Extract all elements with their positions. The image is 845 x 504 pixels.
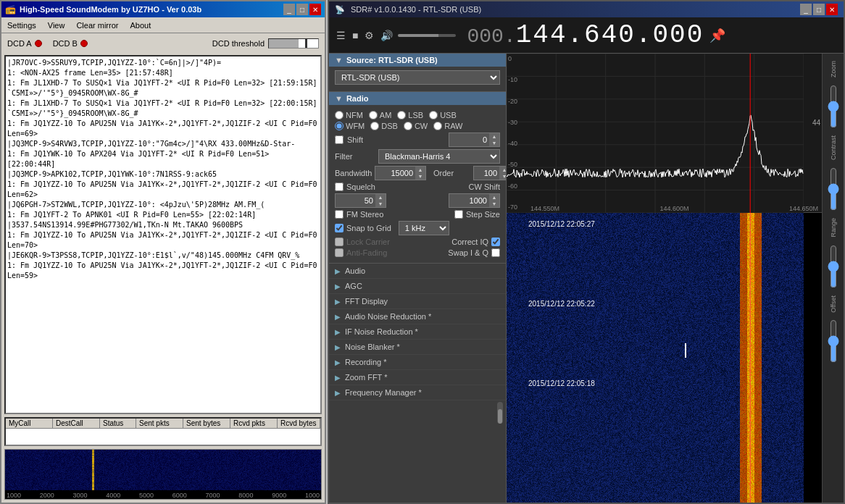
bandwidth-spinbox[interactable]: ▲ ▼ [375,166,426,180]
mode-wfm-radio[interactable] [335,122,344,130]
fm-stereo-checkbox[interactable] [335,210,344,219]
pin-icon[interactable]: 📌 [709,28,725,43]
frequency-display-bar: ☰ ■ ⚙ 🔊 000. 144.640.000 📌 [329,17,844,54]
swap-iq-checkbox[interactable] [491,248,500,257]
shift-up-button[interactable]: ▲ [489,133,499,140]
volume-slider[interactable] [398,34,456,37]
squelch-down-button[interactable]: ▼ [375,201,386,207]
bandwidth-value[interactable] [375,168,415,178]
filter-select[interactable]: Blackman-Harris 4 [378,149,500,164]
cw-shift-down-button[interactable]: ▼ [489,201,499,207]
db-0: 0 [507,55,527,62]
col-sent-bytes: Sent bytes [183,419,230,428]
plugin-agc[interactable]: ▶ AGC [329,279,506,294]
step-size-checkbox[interactable] [454,210,463,219]
menu-settings[interactable]: Settings [5,20,38,30]
cw-shift-spinbox[interactable]: ▲ ▼ [449,193,500,208]
plugin-if-noise-reduction[interactable]: ▶ IF Noise Reduction * [329,324,506,340]
device-select[interactable]: RTL-SDR (USB) [335,70,500,85]
mode-nfm[interactable]: NFM [335,111,363,119]
order-spinbox[interactable]: ▲ ▼ [473,166,507,180]
minimize-button[interactable]: _ [283,4,295,15]
plugin-audio[interactable]: ▶ Audio [329,264,506,279]
mode-am-radio[interactable] [369,111,378,119]
spectrum-chart[interactable]: 0 -10 -20 -30 -40 -50 -60 -70 44 144.550… [507,54,822,213]
mode-usb-radio[interactable] [429,111,438,119]
shift-spinbox[interactable]: ▲ ▼ [449,133,500,147]
offset-slider[interactable] [826,319,841,363]
plugin-noise-blanker[interactable]: ▶ Noise Blanker * [329,340,506,355]
plugin-fft-display[interactable]: ▶ FFT Display [329,294,506,309]
plugin-recording[interactable]: ▶ Recording * [329,355,506,370]
timestamp-3: 2015/12/12 22:05:18 [528,379,595,387]
stop-icon[interactable]: ■ [351,28,359,43]
waterfall-chart[interactable]: 2015/12/12 22:05:27 2015/12/12 22:05:22 … [507,213,822,503]
sdr-maximize-button[interactable]: □ [813,4,825,15]
plugin-audio-noise-reduction[interactable]: ▶ Audio Noise Reduction * [329,309,506,324]
lock-carrier-checkbox[interactable] [335,238,344,246]
plugin-frequency-manager[interactable]: ▶ Frequency Manager * [329,385,506,400]
settings-icon[interactable]: ⚙ [363,28,375,43]
order-value[interactable] [474,168,499,178]
bandwidth-up-button[interactable]: ▲ [415,167,425,173]
shift-value[interactable] [449,135,489,145]
source-section-header[interactable]: ▼ Source: RTL-SDR (USB) [329,54,506,67]
contrast-slider[interactable] [826,167,841,211]
hamburger-icon[interactable]: ☰ [335,28,347,43]
mode-wfm[interactable]: WFM [335,122,365,130]
correct-iq-checkbox[interactable] [491,238,500,246]
text-line: 1: Fm JQ1YZZ-10 To APU25N Via JA1YK×-2*,… [7,261,319,281]
menu-view[interactable]: View [46,20,67,30]
mode-nfm-radio[interactable] [335,111,344,119]
mode-usb[interactable]: USB [429,111,457,119]
source-section-content: RTL-SDR (USB) [329,67,506,92]
sdr-minimize-button[interactable]: _ [800,4,812,15]
sdr-close-button[interactable]: ✕ [826,4,838,15]
mode-raw[interactable]: RAW [433,122,462,130]
packet-text-area[interactable]: |JR7OVC-9>S5RUY9,TCPIP,JQ1YZZ-10°:`C=6n]… [4,55,322,414]
anti-fading-checkbox[interactable] [335,248,344,257]
mode-dsb[interactable]: DSB [370,122,398,130]
cw-shift-up-button[interactable]: ▲ [489,194,499,201]
plugin-ifnr-label: IF Noise Reduction * [345,327,418,336]
mode-usb-label: USB [440,111,457,119]
volume-icon[interactable]: 🔊 [379,28,394,43]
snap-checkbox[interactable] [335,224,344,232]
squelch-up-button[interactable]: ▲ [375,194,386,201]
mode-lsb-radio[interactable] [397,111,406,119]
cw-shift-value[interactable] [449,196,489,206]
mode-am[interactable]: AM [369,111,392,119]
menu-clear-mirror[interactable]: Clear mirror [74,20,120,30]
menu-about[interactable]: About [128,20,153,30]
plugin-anr-arrow-icon: ▶ [335,313,341,321]
close-button[interactable]: ✕ [309,4,321,15]
maximize-button[interactable]: □ [296,4,308,15]
squelch-spinbox[interactable]: ▲ ▼ [335,193,386,208]
mode-lsb[interactable]: LSB [397,111,423,119]
text-line: 1: Fm JL1XHD-7 To SUSQ×1 Via JQ1YFT-2* <… [7,78,319,88]
squelch-checkbox[interactable] [335,182,344,191]
zoom-slider[interactable] [826,85,841,128]
plugin-audio-arrow-icon: ▶ [335,267,341,275]
mode-dsb-radio[interactable] [370,122,379,130]
snap-select[interactable]: 1 kHz [399,221,449,235]
shift-checkbox[interactable] [335,135,344,144]
radio-section-header[interactable]: ▼ Radio [329,92,506,105]
mode-cw[interactable]: CW [404,122,428,130]
dcd-a-label: DCD A [7,39,32,48]
bandwidth-down-button[interactable]: ▼ [415,173,425,180]
table-header-row: MyCall DestCall Status Sent pkts Sent by… [6,419,320,429]
plugin-zoom-fft[interactable]: ▶ Zoom FFT * [329,370,506,385]
range-slider[interactable] [826,245,841,288]
order-up-button[interactable]: ▲ [499,167,507,173]
mode-raw-radio[interactable] [433,122,442,130]
order-down-button[interactable]: ▼ [499,173,507,180]
squelch-value[interactable] [336,196,375,206]
mode-cw-radio[interactable] [404,122,412,130]
filter-label: Filter [335,152,371,161]
db-20: -20 [507,98,527,105]
menu-bar: Settings View Clear mirror About [1,17,325,33]
text-line: |JR7OVC-9>S5RUY9,TCPIP,JQ1YZZ-10°:`C=6n]… [7,58,319,68]
shift-down-button[interactable]: ▼ [489,140,499,146]
freq-axis-2000: 2000 [40,492,54,499]
